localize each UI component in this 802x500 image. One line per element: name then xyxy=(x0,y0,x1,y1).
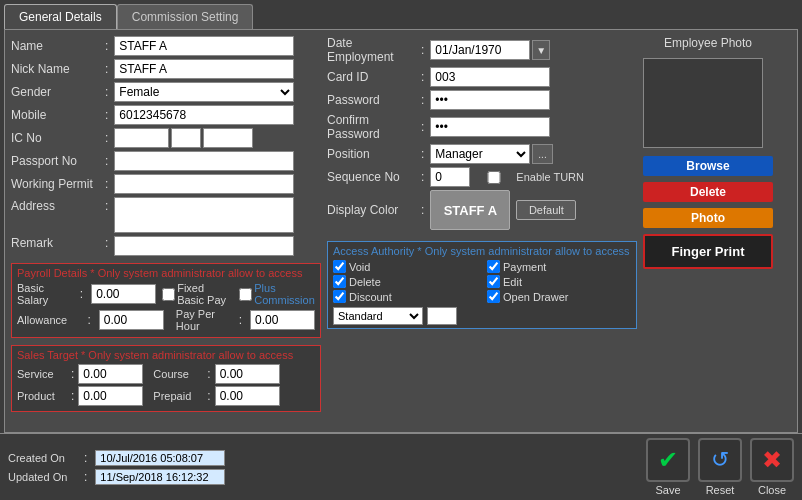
created-value: 10/Jul/2016 05:08:07 xyxy=(95,450,225,466)
product-input[interactable] xyxy=(78,386,143,406)
access-level-select[interactable]: Standard Manager Custom xyxy=(333,307,423,325)
middle-column: Date Employment : ▼ Card ID : Password xyxy=(327,36,637,426)
card-id-row: Card ID : xyxy=(327,67,637,87)
gender-label: Gender xyxy=(11,85,101,99)
name-input[interactable] xyxy=(114,36,294,56)
name-row: Name : xyxy=(11,36,321,56)
payroll-title: Payroll Details * Only system administra… xyxy=(17,267,315,279)
allowance-row: Allowance : Pay Per Hour : xyxy=(17,308,315,332)
ic-row: IC No : xyxy=(11,128,321,148)
close-circle[interactable]: ✖ xyxy=(750,438,794,482)
date-picker-button[interactable]: ▼ xyxy=(532,40,550,60)
delete-photo-button[interactable]: Delete xyxy=(643,182,773,202)
footer-buttons: ✔ Save ↺ Reset ✖ Close xyxy=(646,438,794,496)
prepaid-input[interactable] xyxy=(215,386,280,406)
payment-checkbox[interactable] xyxy=(487,260,500,273)
basic-salary-row: Basic Salary : Fixed Basic Pay Plus Comm… xyxy=(17,282,315,306)
display-color-wrap: STAFF A Default xyxy=(430,190,576,230)
close-footer-btn[interactable]: ✖ Close xyxy=(750,438,794,496)
address-label: Address xyxy=(11,197,101,213)
address-row: Address : xyxy=(11,197,321,233)
confirm-password-label: Confirm Password xyxy=(327,113,417,141)
created-label: Created On xyxy=(8,452,78,464)
nickname-label: Nick Name xyxy=(11,62,101,76)
prepaid-row: Prepaid : xyxy=(153,386,279,406)
remark-input[interactable] xyxy=(114,236,294,256)
gender-select[interactable]: Male Female xyxy=(114,82,294,102)
discount-checkbox-label: Discount xyxy=(333,290,477,303)
payroll-section: Payroll Details * Only system administra… xyxy=(11,263,321,338)
position-select[interactable]: Manager Staff Cashier xyxy=(430,144,530,164)
tab-commission-setting[interactable]: Commission Setting xyxy=(117,4,254,29)
open-drawer-checkbox[interactable] xyxy=(487,290,500,303)
remark-label: Remark xyxy=(11,236,101,250)
nickname-input[interactable] xyxy=(114,59,294,79)
void-checkbox[interactable] xyxy=(333,260,346,273)
edit-checkbox-label: Edit xyxy=(487,275,631,288)
discount-checkbox[interactable] xyxy=(333,290,346,303)
access-title: Access Authority * Only system administr… xyxy=(333,245,631,257)
ic-input-2[interactable] xyxy=(171,128,201,148)
delete-checkbox[interactable] xyxy=(333,275,346,288)
allowance-input[interactable] xyxy=(99,310,164,330)
access-section: Access Authority * Only system administr… xyxy=(327,241,637,329)
position-label: Position xyxy=(327,147,417,161)
browse-button[interactable]: Browse xyxy=(643,156,773,176)
save-icon: ✔ xyxy=(658,446,678,474)
enable-turn-checkbox[interactable] xyxy=(474,171,514,184)
position-row: Position : Manager Staff Cashier ... xyxy=(327,144,637,164)
plus-commission-checkbox-label: Plus Commission xyxy=(239,282,315,306)
address-input[interactable] xyxy=(114,197,294,233)
timestamps: Created On : 10/Jul/2016 05:08:07 Update… xyxy=(8,450,225,485)
service-row: Service : xyxy=(17,364,143,384)
edit-checkbox[interactable] xyxy=(487,275,500,288)
course-row: Course : xyxy=(153,364,279,384)
sequence-input[interactable] xyxy=(430,167,470,187)
confirm-password-input[interactable] xyxy=(430,117,550,137)
staff-a-button[interactable]: STAFF A xyxy=(430,190,510,230)
sequence-row: Sequence No : Enable TURN xyxy=(327,167,637,187)
photo-button[interactable]: Photo xyxy=(643,208,773,228)
ic-input-1[interactable] xyxy=(114,128,169,148)
tab-general-details[interactable]: General Details xyxy=(4,4,117,29)
reset-circle[interactable]: ↺ xyxy=(698,438,742,482)
service-label: Service xyxy=(17,368,67,380)
pay-per-hour-input[interactable] xyxy=(250,310,315,330)
ic-input-3[interactable] xyxy=(203,128,253,148)
basic-salary-input[interactable] xyxy=(91,284,156,304)
fixed-basic-pay-checkbox-label: Fixed Basic Pay xyxy=(162,282,233,306)
updated-row: Updated On : 11/Sep/2018 16:12:32 xyxy=(8,469,225,485)
default-button[interactable]: Default xyxy=(516,200,576,220)
confirm-password-row: Confirm Password : xyxy=(327,113,637,141)
access-extra-input[interactable] xyxy=(427,307,457,325)
enable-turn-label: Enable TURN xyxy=(474,171,584,184)
remark-row: Remark : xyxy=(11,236,321,256)
product-row: Product : xyxy=(17,386,143,406)
fingerprint-button[interactable]: Finger Print xyxy=(643,234,773,269)
save-footer-btn[interactable]: ✔ Save xyxy=(646,438,690,496)
date-employment-input[interactable] xyxy=(430,40,530,60)
working-permit-input[interactable] xyxy=(114,174,294,194)
ic-label: IC No xyxy=(11,131,101,145)
working-permit-row: Working Permit : xyxy=(11,174,321,194)
course-input[interactable] xyxy=(215,364,280,384)
updated-label: Updated On xyxy=(8,471,78,483)
save-label: Save xyxy=(655,484,680,496)
passport-input[interactable] xyxy=(114,151,294,171)
course-label: Course xyxy=(153,368,203,380)
service-input[interactable] xyxy=(78,364,143,384)
prepaid-label: Prepaid xyxy=(153,390,203,402)
sequence-label: Sequence No xyxy=(327,170,417,184)
date-employment-wrap: ▼ xyxy=(430,40,550,60)
position-extra-button[interactable]: ... xyxy=(532,144,552,164)
password-input[interactable] xyxy=(430,90,550,110)
card-id-input[interactable] xyxy=(430,67,550,87)
date-employment-label: Date Employment xyxy=(327,36,417,64)
reset-footer-btn[interactable]: ↺ Reset xyxy=(698,438,742,496)
sales-target-section: Sales Target * Only system administrator… xyxy=(11,345,321,412)
save-circle[interactable]: ✔ xyxy=(646,438,690,482)
nickname-row: Nick Name : xyxy=(11,59,321,79)
fixed-basic-pay-checkbox[interactable] xyxy=(162,288,175,301)
mobile-input[interactable] xyxy=(114,105,294,125)
plus-commission-checkbox[interactable] xyxy=(239,288,252,301)
